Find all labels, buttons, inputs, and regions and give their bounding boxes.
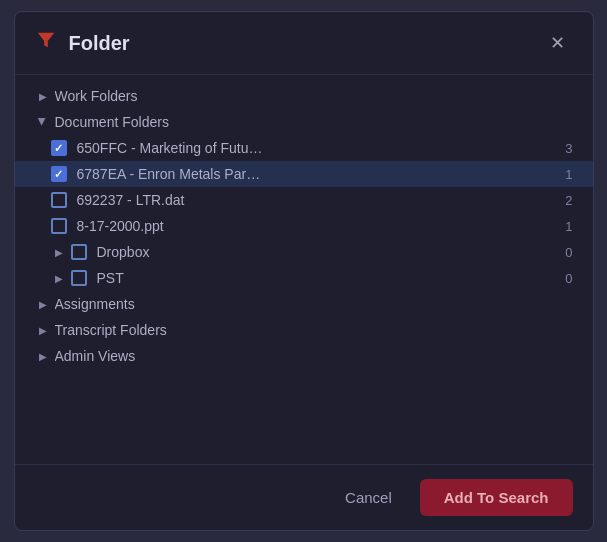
checkbox-6787ea[interactable]: [51, 166, 67, 182]
list-item-650ffc[interactable]: 650FFC - Marketing of Futu… 3: [15, 135, 593, 161]
expand-arrow-admin: ▶: [35, 348, 51, 364]
checkbox-650ffc[interactable]: [51, 140, 67, 156]
sidebar-item-transcript-folders[interactable]: ▶ Transcript Folders: [15, 317, 593, 343]
expand-arrow-work-folders: ▶: [35, 88, 51, 104]
list-item-692237[interactable]: 692237 - LTR.dat 2: [15, 187, 593, 213]
item-count-6787ea: 1: [557, 167, 573, 182]
cancel-button[interactable]: Cancel: [329, 481, 408, 514]
item-label-692237: 692237 - LTR.dat: [77, 192, 549, 208]
item-label-650ffc: 650FFC - Marketing of Futu…: [77, 140, 549, 156]
item-count-dropbox: 0: [557, 245, 573, 260]
expand-arrow-pst: ▶: [51, 270, 67, 286]
item-count-pst: 0: [557, 271, 573, 286]
sidebar-item-document-folders[interactable]: ▶ Document Folders: [15, 109, 593, 135]
checkbox-pst[interactable]: [71, 270, 87, 286]
item-count-692237: 2: [557, 193, 573, 208]
sidebar-item-admin-views[interactable]: ▶ Admin Views: [15, 343, 593, 369]
expand-arrow-document-folders: ▶: [35, 114, 51, 130]
item-count-8-17-2000: 1: [557, 219, 573, 234]
expand-arrow-transcript: ▶: [35, 322, 51, 338]
list-item-dropbox[interactable]: ▶ Dropbox 0: [15, 239, 593, 265]
item-label-6787ea: 6787EA - Enron Metals Par…: [77, 166, 549, 182]
admin-views-label: Admin Views: [55, 348, 573, 364]
list-item-6787ea[interactable]: 6787EA - Enron Metals Par… 1: [15, 161, 593, 187]
assignments-label: Assignments: [55, 296, 573, 312]
add-to-search-button[interactable]: Add To Search: [420, 479, 573, 516]
dialog-footer: Cancel Add To Search: [15, 464, 593, 530]
folder-dialog: Folder ✕ ▶ Work Folders ▶ Document Folde…: [14, 11, 594, 531]
list-item-pst[interactable]: ▶ PST 0: [15, 265, 593, 291]
checkbox-692237[interactable]: [51, 192, 67, 208]
dialog-header: Folder ✕: [15, 12, 593, 75]
document-folders-label: Document Folders: [55, 114, 573, 130]
work-folders-label: Work Folders: [55, 88, 573, 104]
list-item-8-17-2000[interactable]: 8-17-2000.ppt 1: [15, 213, 593, 239]
expand-arrow-assignments: ▶: [35, 296, 51, 312]
item-label-dropbox: Dropbox: [97, 244, 549, 260]
dialog-body: ▶ Work Folders ▶ Document Folders 650FFC…: [15, 75, 593, 464]
checkbox-dropbox[interactable]: [71, 244, 87, 260]
expand-arrow-dropbox: ▶: [51, 244, 67, 260]
item-label-pst: PST: [97, 270, 549, 286]
dialog-title: Folder: [69, 32, 542, 55]
transcript-folders-label: Transcript Folders: [55, 322, 573, 338]
sidebar-item-work-folders[interactable]: ▶ Work Folders: [15, 83, 593, 109]
checkbox-8-17-2000[interactable]: [51, 218, 67, 234]
sidebar-item-assignments[interactable]: ▶ Assignments: [15, 291, 593, 317]
close-button[interactable]: ✕: [542, 28, 573, 58]
item-count-650ffc: 3: [557, 141, 573, 156]
item-label-8-17-2000: 8-17-2000.ppt: [77, 218, 549, 234]
funnel-icon: [35, 29, 57, 57]
